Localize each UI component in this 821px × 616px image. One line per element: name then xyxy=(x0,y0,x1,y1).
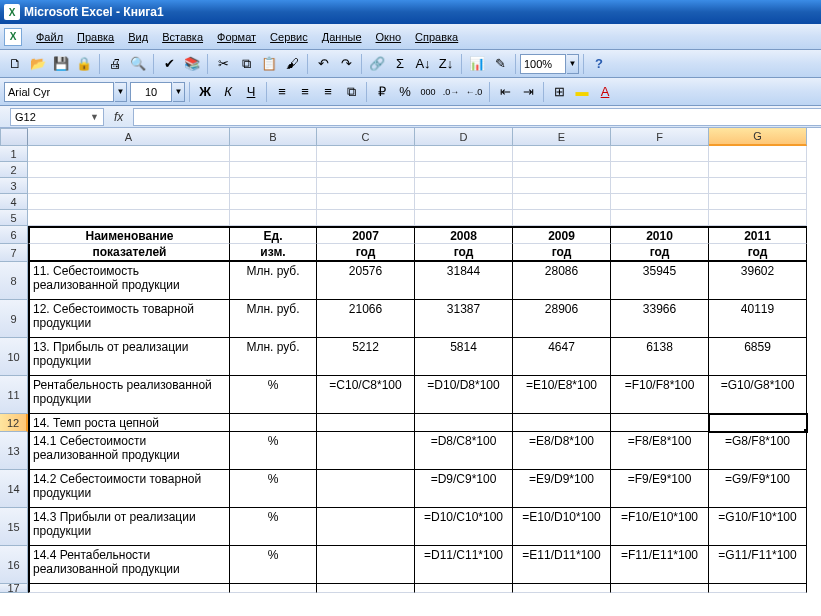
cell-G[interactable] xyxy=(709,194,807,210)
copy-icon[interactable]: ⧉ xyxy=(235,53,257,75)
cell-F[interactable] xyxy=(611,584,709,593)
cell-C[interactable] xyxy=(317,432,415,470)
align-center-icon[interactable]: ≡ xyxy=(294,81,316,103)
row-header-1[interactable]: 1 xyxy=(0,146,28,162)
row-header-4[interactable]: 4 xyxy=(0,194,28,210)
cell-A[interactable]: Рентабельность реализованной продукции xyxy=(28,376,230,414)
col-header-G[interactable]: G xyxy=(709,128,807,146)
cell-A[interactable]: Наименование xyxy=(28,226,230,244)
row-header-6[interactable]: 6 xyxy=(0,226,28,244)
cell-G[interactable] xyxy=(709,146,807,162)
redo-icon[interactable]: ↷ xyxy=(335,53,357,75)
format-painter-icon[interactable]: 🖌 xyxy=(281,53,303,75)
align-left-icon[interactable]: ≡ xyxy=(271,81,293,103)
permissions-icon[interactable]: 🔒 xyxy=(73,53,95,75)
cell-G[interactable]: год xyxy=(709,244,807,262)
cell-B[interactable]: Млн. руб. xyxy=(230,300,317,338)
cell-B[interactable] xyxy=(230,178,317,194)
autosum-icon[interactable]: Σ xyxy=(389,53,411,75)
cell-B[interactable]: Млн. руб. xyxy=(230,338,317,376)
cell-D[interactable]: 31387 xyxy=(415,300,513,338)
cell-B[interactable] xyxy=(230,146,317,162)
font-color-icon[interactable]: A xyxy=(594,81,616,103)
cell-B[interactable]: % xyxy=(230,376,317,414)
cell-A[interactable]: 11. Себестоимость реализованной продукци… xyxy=(28,262,230,300)
cell-A[interactable]: показателей xyxy=(28,244,230,262)
bold-icon[interactable]: Ж xyxy=(194,81,216,103)
spellcheck-icon[interactable]: ✔ xyxy=(158,53,180,75)
cell-D[interactable] xyxy=(415,584,513,593)
cell-E[interactable]: 28086 xyxy=(513,262,611,300)
cell-E[interactable]: год xyxy=(513,244,611,262)
cell-G[interactable] xyxy=(709,178,807,194)
increase-decimal-icon[interactable]: .0→ xyxy=(440,81,462,103)
cell-A[interactable]: 13. Прибыль от реализации продукции xyxy=(28,338,230,376)
print-icon[interactable]: 🖨 xyxy=(104,53,126,75)
cell-E[interactable]: =E10/E8*100 xyxy=(513,376,611,414)
font-size-dropdown-icon[interactable]: ▼ xyxy=(173,82,185,102)
row-header-10[interactable]: 10 xyxy=(0,338,28,376)
col-header-A[interactable]: A xyxy=(28,128,230,146)
cell-A[interactable] xyxy=(28,146,230,162)
cell-A[interactable]: 12. Себестоимость товарной продукции xyxy=(28,300,230,338)
menu-data[interactable]: Данные xyxy=(316,29,368,45)
increase-indent-icon[interactable]: ⇥ xyxy=(517,81,539,103)
menu-insert[interactable]: Вставка xyxy=(156,29,209,45)
cell-D[interactable]: =D8/C8*100 xyxy=(415,432,513,470)
cell-D[interactable] xyxy=(415,178,513,194)
cell-D[interactable] xyxy=(415,162,513,178)
row-header-13[interactable]: 13 xyxy=(0,432,28,470)
currency-icon[interactable]: ₽ xyxy=(371,81,393,103)
comma-style-icon[interactable]: 000 xyxy=(417,81,439,103)
undo-icon[interactable]: ↶ xyxy=(312,53,334,75)
cell-B[interactable]: % xyxy=(230,470,317,508)
borders-icon[interactable]: ⊞ xyxy=(548,81,570,103)
cell-G[interactable]: 40119 xyxy=(709,300,807,338)
cell-G[interactable] xyxy=(709,162,807,178)
cell-D[interactable]: 31844 xyxy=(415,262,513,300)
row-header-14[interactable]: 14 xyxy=(0,470,28,508)
cell-B[interactable] xyxy=(230,584,317,593)
cell-B[interactable]: % xyxy=(230,546,317,584)
sort-desc-icon[interactable]: Z↓ xyxy=(435,53,457,75)
cell-F[interactable]: 33966 xyxy=(611,300,709,338)
cell-D[interactable] xyxy=(415,414,513,432)
cell-C[interactable] xyxy=(317,210,415,226)
cell-A[interactable]: 14.2 Себестоимости товарной продукции xyxy=(28,470,230,508)
cell-E[interactable]: =E8/D8*100 xyxy=(513,432,611,470)
new-icon[interactable]: 🗋 xyxy=(4,53,26,75)
col-header-B[interactable]: B xyxy=(230,128,317,146)
row-header-17[interactable]: 17 xyxy=(0,584,28,593)
menu-file[interactable]: Файл xyxy=(30,29,69,45)
cell-E[interactable] xyxy=(513,194,611,210)
cell-B[interactable]: % xyxy=(230,508,317,546)
cell-E[interactable] xyxy=(513,162,611,178)
cell-C[interactable]: 2007 xyxy=(317,226,415,244)
cell-B[interactable]: % xyxy=(230,432,317,470)
zoom-dropdown-icon[interactable]: ▼ xyxy=(567,54,579,74)
cell-B[interactable] xyxy=(230,414,317,432)
paste-icon[interactable]: 📋 xyxy=(258,53,280,75)
cell-G[interactable]: 39602 xyxy=(709,262,807,300)
cell-C[interactable] xyxy=(317,146,415,162)
cell-F[interactable] xyxy=(611,162,709,178)
col-header-E[interactable]: E xyxy=(513,128,611,146)
cell-E[interactable] xyxy=(513,178,611,194)
cell-B[interactable]: Млн. руб. xyxy=(230,262,317,300)
grid-body[interactable]: 123456НаименованиеЕд.2007200820092010201… xyxy=(0,146,821,593)
name-box-dropdown-icon[interactable]: ▼ xyxy=(90,112,99,122)
row-header-2[interactable]: 2 xyxy=(0,162,28,178)
help-icon[interactable]: ? xyxy=(588,53,610,75)
cell-F[interactable]: 6138 xyxy=(611,338,709,376)
col-header-F[interactable]: F xyxy=(611,128,709,146)
merge-center-icon[interactable]: ⧉ xyxy=(340,81,362,103)
cell-C[interactable]: =C10/C8*100 xyxy=(317,376,415,414)
cell-B[interactable] xyxy=(230,210,317,226)
menu-view[interactable]: Вид xyxy=(122,29,154,45)
italic-icon[interactable]: К xyxy=(217,81,239,103)
cell-E[interactable]: =E10/D10*100 xyxy=(513,508,611,546)
cell-D[interactable] xyxy=(415,210,513,226)
cell-A[interactable]: 14.1 Себестоимости реализованной продукц… xyxy=(28,432,230,470)
align-right-icon[interactable]: ≡ xyxy=(317,81,339,103)
row-header-12[interactable]: 12 xyxy=(0,414,28,432)
